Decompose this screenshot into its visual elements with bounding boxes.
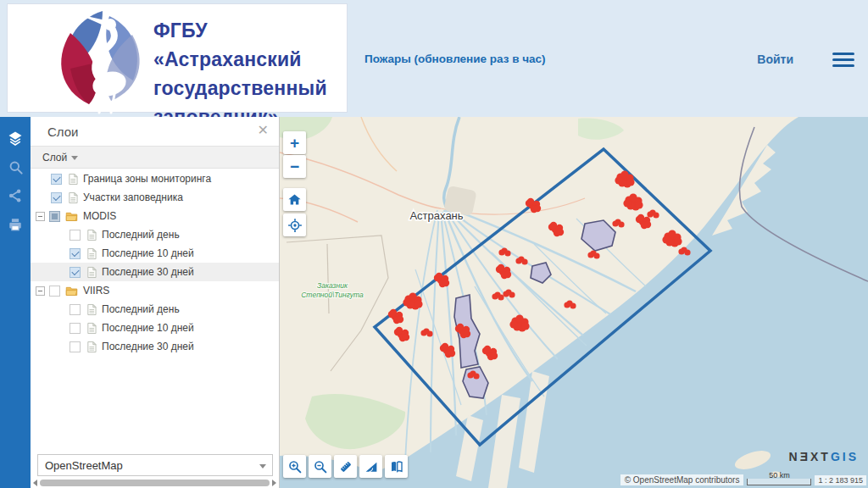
layer-row-viirs-30-days[interactable]: Последние 30 дней — [31, 337, 279, 356]
layer-checkbox[interactable] — [70, 267, 81, 278]
angle-area-icon — [364, 459, 379, 474]
layer-row-reserve-areas[interactable]: Участки заповедника — [31, 188, 279, 207]
app-root: ФГБУ «Астраханский государственный запов… — [0, 0, 868, 488]
layer-file-icon — [67, 173, 78, 186]
zoom-in-magnifier-icon — [287, 459, 303, 474]
reserve-area-polygon[interactable] — [581, 220, 615, 251]
layer-row-viirs-10-days[interactable]: Последние 10 дней — [31, 319, 279, 337]
land-boundary — [327, 244, 329, 313]
magnify-out-button[interactable] — [309, 455, 331, 478]
layer-row-viirs-last-day[interactable]: Последний день — [31, 300, 279, 319]
fire-cluster[interactable] — [623, 193, 643, 210]
menu-icon[interactable] — [832, 53, 854, 67]
group-row-modis[interactable]: MODIS — [31, 207, 279, 225]
fire-cluster[interactable] — [440, 343, 455, 358]
zoom-out-button[interactable]: − — [283, 155, 306, 178]
map-canvas[interactable]: Астрахань Заказник Степной\Тингута + − — [280, 117, 868, 488]
scroll-left-icon[interactable] — [33, 480, 37, 486]
horizontal-scrollbar[interactable] — [31, 479, 279, 487]
layer-file-icon — [86, 247, 97, 260]
layer-file-icon — [86, 303, 97, 316]
fire-cluster[interactable] — [482, 346, 498, 360]
crosshair-icon — [287, 218, 303, 233]
layer-menu-button[interactable]: Слой — [31, 146, 279, 169]
layer-checkbox[interactable] — [70, 248, 81, 259]
zoom-out-magnifier-icon — [313, 459, 328, 474]
layer-row-modis-last-day[interactable]: Последний день — [31, 225, 279, 244]
measure-area-button[interactable] — [359, 455, 382, 478]
layer-checkbox[interactable] — [70, 230, 81, 241]
home-extent-button[interactable] — [283, 188, 306, 211]
layer-file-icon — [86, 266, 97, 279]
login-button[interactable]: Войти — [757, 53, 793, 66]
measure-distance-button[interactable] — [334, 455, 357, 478]
city-label: Астрахань — [409, 209, 463, 222]
folder-icon — [65, 211, 78, 222]
layer-tree: Граница зоны мониторинга Участки заповед… — [31, 169, 279, 356]
org-logo-card: ФГБУ «Астраханский государственный запов… — [7, 3, 348, 113]
fire-cluster[interactable] — [587, 250, 599, 258]
heron-logo-icon — [48, 8, 153, 114]
fire-cluster[interactable] — [548, 222, 564, 236]
fire-cluster[interactable] — [388, 309, 403, 324]
layers-panel-header: Слои ✕ — [31, 117, 279, 146]
locate-me-button[interactable] — [283, 214, 306, 236]
group-checkbox[interactable] — [49, 286, 60, 297]
basemap-select[interactable]: OpenStreetMap — [37, 454, 273, 476]
layer-checkbox[interactable] — [51, 192, 62, 203]
nextgis-logo[interactable]: NƎXTGIS — [789, 450, 859, 463]
top-header: ФГБУ «Астраханский государственный запов… — [0, 0, 868, 117]
fire-cluster[interactable] — [394, 327, 409, 341]
layer-file-icon — [67, 191, 78, 204]
group-row-viirs[interactable]: VIIRS — [31, 281, 279, 300]
collapse-toggle-icon[interactable] — [36, 212, 45, 221]
layer-checkbox[interactable] — [51, 174, 62, 185]
fire-cluster[interactable] — [612, 219, 624, 227]
reserve-area-polygon[interactable] — [531, 263, 551, 283]
split-map-button[interactable] — [385, 455, 408, 478]
search-button[interactable] — [0, 152, 31, 181]
layer-checkbox[interactable] — [70, 304, 81, 315]
fire-cluster[interactable] — [420, 328, 432, 336]
org-title-line2: государственный — [153, 74, 347, 103]
layer-file-icon — [86, 322, 97, 335]
layer-row-modis-30-days[interactable]: Последние 30 дней — [31, 263, 279, 281]
org-title-line1: ФГБУ «Астраханский — [153, 16, 347, 74]
scroll-right-icon[interactable] — [272, 480, 276, 486]
osm-attribution-link[interactable]: © OpenStreetMap contributors — [620, 474, 744, 485]
magnify-in-button[interactable] — [283, 455, 306, 478]
layer-checkbox[interactable] — [70, 323, 81, 334]
fire-cluster[interactable] — [662, 230, 682, 247]
map-status-bar: © OpenStreetMap contributors 50 km 1 : 2… — [620, 471, 866, 485]
search-icon — [8, 159, 24, 175]
scale-bar: 50 km — [747, 471, 811, 485]
split-panels-icon — [389, 459, 404, 474]
fire-cluster[interactable] — [403, 292, 422, 309]
minus-icon: − — [290, 158, 299, 176]
layer-checkbox[interactable] — [70, 341, 81, 352]
print-button[interactable] — [0, 210, 31, 239]
share-icon — [8, 188, 23, 203]
fire-cluster[interactable] — [647, 209, 659, 218]
fire-cluster[interactable] — [615, 170, 634, 187]
map-svg: Астрахань Заказник Степной\Тингута — [280, 117, 868, 488]
layer-row-modis-10-days[interactable]: Последние 10 дней — [31, 244, 279, 263]
reserve-area-polygon[interactable] — [463, 367, 488, 398]
fire-cluster[interactable] — [503, 289, 515, 297]
fire-cluster[interactable] — [509, 314, 529, 331]
collapse-toggle-icon[interactable] — [36, 286, 45, 296]
group-checkbox[interactable] — [49, 211, 60, 222]
left-toolbar — [0, 117, 31, 488]
close-icon[interactable]: ✕ — [258, 123, 269, 138]
fire-cluster[interactable] — [564, 300, 576, 308]
chevron-down-icon — [259, 464, 266, 469]
green-area-n — [578, 119, 624, 140]
share-button[interactable] — [0, 181, 31, 210]
zoom-in-button[interactable]: + — [283, 131, 306, 154]
layer-row-monitoring-boundary[interactable]: Граница зоны мониторинга — [31, 169, 279, 188]
fire-cluster[interactable] — [496, 264, 511, 279]
fire-cluster[interactable] — [498, 247, 510, 256]
layers-panel-button[interactable] — [0, 124, 31, 152]
scrollbar-thumb[interactable] — [40, 480, 270, 486]
scale-ratio: 1 : 2 183 915 — [815, 475, 866, 485]
